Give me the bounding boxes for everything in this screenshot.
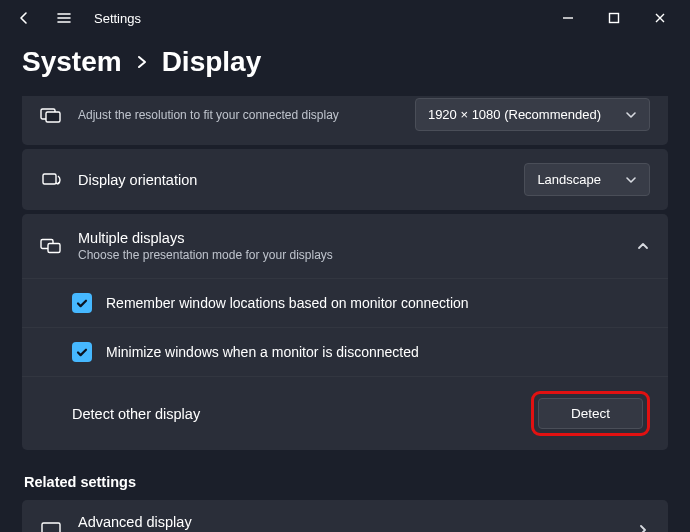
display-resolution-row[interactable]: Adjust the resolution to fit your connec… [22,96,668,145]
titlebar: Settings [0,0,690,36]
chevron-right-icon [636,523,650,532]
close-button[interactable] [646,4,674,32]
remember-locations-checkbox[interactable] [72,293,92,313]
app-title: Settings [94,11,141,26]
resolution-icon [40,104,62,126]
advanced-display-row[interactable]: Advanced display Display information, re… [22,500,668,532]
resolution-value: 1920 × 1080 (Recommended) [428,107,601,122]
minimize-button[interactable] [554,4,582,32]
detect-highlight: Detect [531,391,650,436]
chevron-right-icon [136,54,148,70]
multiple-displays-subtitle: Choose the presentation mode for your di… [78,248,620,262]
breadcrumb: System Display [0,36,690,96]
minimize-disconnect-label: Minimize windows when a monitor is disco… [106,344,419,360]
minimize-disconnect-checkbox[interactable] [72,342,92,362]
svg-rect-2 [46,112,60,122]
display-orientation-row[interactable]: Display orientation Landscape [22,149,668,210]
back-button[interactable] [8,2,40,34]
svg-rect-5 [48,244,60,253]
chevron-down-icon [625,109,637,121]
detect-label: Detect other display [72,406,531,422]
resolution-subtitle: Adjust the resolution to fit your connec… [78,108,399,122]
multiple-displays-title: Multiple displays [78,230,620,246]
breadcrumb-parent[interactable]: System [22,46,122,78]
detect-display-row: Detect other display Detect [22,376,668,450]
chevron-up-icon[interactable] [636,239,650,253]
breadcrumb-current: Display [162,46,262,78]
content-area: Adjust the resolution to fit your connec… [0,96,690,532]
orientation-icon [40,169,62,191]
advanced-display-title: Advanced display [78,514,620,530]
orientation-dropdown[interactable]: Landscape [524,163,650,196]
hamburger-icon[interactable] [48,2,80,34]
orientation-value: Landscape [537,172,601,187]
orientation-title: Display orientation [78,172,508,188]
minimize-disconnect-row[interactable]: Minimize windows when a monitor is disco… [22,327,668,376]
monitor-icon [40,519,62,532]
multiple-displays-icon [40,237,62,255]
multiple-displays-group: Multiple displays Choose the presentatio… [22,214,668,450]
multiple-displays-header[interactable]: Multiple displays Choose the presentatio… [22,214,668,278]
maximize-button[interactable] [600,4,628,32]
svg-rect-3 [43,174,56,184]
remember-locations-label: Remember window locations based on monit… [106,295,469,311]
resolution-dropdown[interactable]: 1920 × 1080 (Recommended) [415,98,650,131]
svg-rect-0 [610,14,619,23]
related-settings-heading: Related settings [22,468,668,500]
chevron-down-icon [625,174,637,186]
detect-button[interactable]: Detect [538,398,643,429]
remember-locations-row[interactable]: Remember window locations based on monit… [22,278,668,327]
svg-rect-6 [42,523,60,532]
